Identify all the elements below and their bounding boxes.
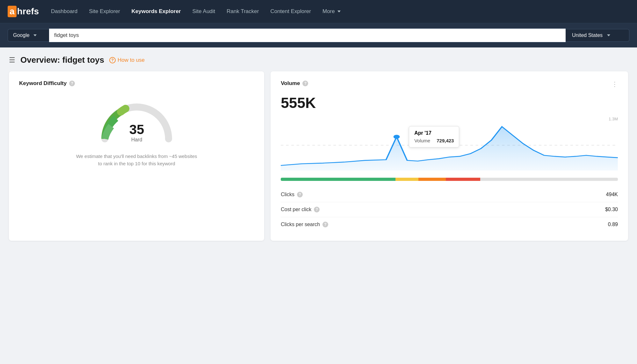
cards-row: Keyword Difficulty ? 35 Hard — [9, 71, 628, 241]
chart-tooltip: Apr '17 Volume 729,423 — [409, 126, 459, 147]
logo-text: hrefs — [17, 6, 39, 17]
country-label: United States — [572, 32, 603, 38]
volume-card: Volume ? 555K ⋮ 1.3M — [271, 71, 628, 241]
cpc-label: Cost per click ? — [281, 207, 320, 212]
page-title: Overview: fidget toys — [20, 55, 104, 65]
nav-item-keywords-explorer[interactable]: Keywords Explorer — [127, 6, 185, 17]
cb-yellow — [395, 178, 418, 181]
volume-title-area: Volume ? 555K — [281, 80, 316, 117]
cps-label: Clicks per search ? — [281, 222, 328, 227]
gauge-svg: 35 Hard — [95, 94, 178, 145]
metric-row-cps: Clicks per search ? 0.89 — [281, 217, 618, 232]
country-select[interactable]: United States — [566, 29, 629, 42]
hamburger-icon[interactable]: ☰ — [9, 56, 15, 64]
search-bar: Google United States — [0, 23, 637, 47]
cb-gray — [480, 178, 618, 181]
tooltip-label: Volume — [414, 138, 430, 143]
country-arrow-icon — [607, 34, 610, 36]
volume-number: 555K — [281, 94, 316, 111]
options-icon[interactable]: ⋮ — [612, 80, 618, 88]
logo[interactable]: a hrefs — [8, 6, 39, 17]
volume-card-title: Volume ? — [281, 80, 316, 87]
cb-orange — [418, 178, 446, 181]
metric-row-cpc: Cost per click ? $0.30 — [281, 202, 618, 217]
volume-card-header: Volume ? 555K ⋮ — [281, 80, 618, 117]
clicks-help-icon[interactable]: ? — [297, 192, 303, 197]
page-header: ☰ Overview: fidget toys ? How to use — [9, 55, 628, 65]
search-input-wrap — [49, 28, 566, 42]
help-circle-icon: ? — [109, 57, 116, 63]
tooltip-row: Volume 729,423 — [414, 138, 454, 143]
cb-red — [446, 178, 480, 181]
volume-help-icon[interactable]: ? — [302, 81, 308, 86]
nav-item-dashboard[interactable]: Dashboard — [47, 6, 82, 17]
search-input[interactable] — [49, 29, 566, 42]
how-to-use-label: How to use — [118, 57, 145, 63]
chart-tooltip-dot — [394, 135, 400, 139]
nav-item-rank-tracker[interactable]: Rank Tracker — [222, 6, 263, 17]
clicks-label: Clicks ? — [281, 192, 303, 197]
color-bar — [281, 178, 618, 181]
nav-item-site-audit[interactable]: Site Audit — [188, 6, 220, 17]
kd-card-title: Keyword Difficulty ? — [19, 80, 254, 87]
chart-max-label: 1.3M — [609, 117, 618, 121]
cb-green — [281, 178, 395, 181]
nav-item-more[interactable]: More — [318, 6, 345, 17]
tooltip-month: Apr '17 — [414, 130, 454, 136]
kd-help-icon[interactable]: ? — [69, 81, 75, 86]
how-to-use-link[interactable]: ? How to use — [109, 57, 145, 63]
svg-text:Hard: Hard — [131, 137, 142, 142]
kd-description: We estimate that you'll need backlinks f… — [19, 153, 254, 167]
keyword-difficulty-card: Keyword Difficulty ? 35 Hard — [9, 71, 264, 241]
metric-row-clicks: Clicks ? 494K — [281, 187, 618, 202]
engine-label: Google — [13, 32, 30, 38]
cps-value: 0.89 — [608, 222, 618, 227]
clicks-value: 494K — [606, 192, 618, 197]
nav-item-content-explorer[interactable]: Content Explorer — [266, 6, 315, 17]
cpc-value: $0.30 — [605, 207, 618, 212]
nav-item-site-explorer[interactable]: Site Explorer — [84, 6, 124, 17]
engine-arrow-icon — [33, 34, 37, 36]
cps-help-icon[interactable]: ? — [322, 222, 328, 227]
more-arrow-icon — [337, 11, 341, 12]
gauge-container: 35 Hard — [19, 94, 254, 145]
tooltip-value: 729,423 — [437, 138, 454, 143]
chart-area: 1.3M — [281, 117, 618, 174]
engine-select[interactable]: Google — [8, 29, 49, 42]
cpc-help-icon[interactable]: ? — [314, 207, 320, 212]
logo-a: a — [8, 6, 17, 17]
svg-text:35: 35 — [129, 122, 144, 137]
navbar: a hrefs Dashboard Site Explorer Keywords… — [0, 0, 637, 23]
page-content: ☰ Overview: fidget toys ? How to use Key… — [0, 47, 637, 248]
